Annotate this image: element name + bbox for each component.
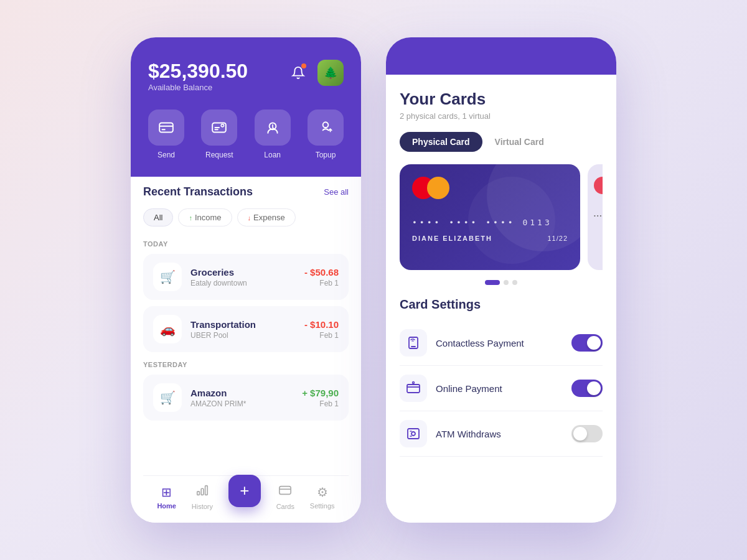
filter-tabs: All ↑ Income ↓ Expense	[143, 208, 349, 226]
settings-icon: ⚙	[317, 485, 328, 500]
indicator-dot-1	[485, 280, 500, 285]
topup-icon	[308, 110, 344, 146]
filter-all[interactable]: All	[143, 208, 173, 226]
right-header	[386, 37, 616, 75]
left-header: $25,390.50 Available Balance 🌲	[131, 37, 361, 177]
transportation-icon: 🚗	[153, 315, 182, 343]
groceries-name: Groceries	[190, 267, 296, 278]
amazon-sub: AMAZON PRIM*	[190, 399, 293, 408]
filter-income[interactable]: ↑ Income	[178, 208, 232, 226]
phones-container: $25,390.50 Available Balance 🌲	[131, 37, 616, 523]
request-icon	[201, 110, 237, 146]
amazon-info: Amazon AMAZON PRIM*	[190, 388, 293, 408]
filter-expense[interactable]: ↓ Expense	[237, 208, 296, 226]
income-arrow-icon: ↑	[189, 214, 192, 222]
transportation-amounts: - $10.10 Feb 1	[304, 319, 339, 340]
online-payment-icon	[400, 375, 427, 402]
credit-card-primary: •••• •••• •••• 0113 DIANE ELIZABETH 11/2…	[400, 164, 580, 270]
nav-home[interactable]: ⊞ Home	[157, 485, 176, 510]
card-small-dots: •••	[594, 213, 603, 218]
online-payment-label: Online Payment	[436, 383, 563, 394]
indicator-dot-3	[512, 280, 517, 285]
transportation-amount: - $10.10	[304, 319, 339, 330]
loan-button[interactable]: Loan	[255, 110, 291, 159]
svg-rect-6	[201, 488, 204, 495]
tab-physical-card[interactable]: Physical Card	[400, 132, 482, 152]
topup-button[interactable]: Topup	[308, 110, 344, 159]
transportation-date: Feb 1	[304, 331, 339, 340]
svg-rect-8	[280, 487, 291, 495]
indicator-dot-2	[504, 280, 509, 285]
cards-label: Cards	[276, 503, 294, 510]
card-number: •••• •••• •••• 0113	[412, 218, 568, 227]
mastercard-logo	[412, 177, 568, 199]
bell-icon[interactable]	[286, 61, 310, 85]
mc-small-icon	[594, 177, 603, 194]
contactless-toggle[interactable]	[571, 334, 603, 352]
amazon-amount: + $79,90	[302, 388, 339, 398]
add-button[interactable]: +	[228, 475, 261, 507]
groceries-amounts: - $50.68 Feb 1	[304, 267, 339, 287]
atm-icon	[400, 420, 427, 447]
toggle-knob	[587, 336, 601, 350]
groceries-sub: Eataly downtown	[190, 279, 296, 287]
notification-dot	[301, 63, 306, 68]
transportation-info: Transportation UBER Pool	[190, 319, 296, 340]
online-toggle[interactable]	[571, 380, 603, 397]
right-phone: Your Cards 2 physical cards, 1 virtual P…	[386, 37, 616, 523]
transactions-header: Recent Transactions See all	[143, 185, 349, 198]
amazon-date: Feb 1	[302, 399, 339, 408]
settings-label: Settings	[310, 502, 335, 510]
groceries-info: Groceries Eataly downtown	[190, 267, 296, 287]
table-row[interactable]: 🚗 Transportation UBER Pool - $10.10 Feb …	[143, 306, 349, 352]
amazon-icon: 🛒	[153, 383, 182, 412]
svg-point-2	[222, 124, 224, 127]
home-icon: ⊞	[161, 485, 172, 500]
credit-card-wrapper: •••• •••• •••• 0113 DIANE ELIZABETH 11/2…	[400, 164, 603, 270]
nav-settings[interactable]: ⚙ Settings	[310, 485, 335, 510]
quick-actions: Send Request	[148, 110, 344, 159]
credit-card-secondary: •••	[588, 164, 603, 270]
expense-arrow-icon: ↓	[248, 214, 251, 222]
table-row[interactable]: 🛒 Groceries Eataly downtown - $50.68 Feb…	[143, 254, 349, 300]
header-icons: 🌲	[286, 60, 344, 86]
yesterday-label: YESTERDAY	[143, 361, 349, 368]
send-label: Send	[157, 151, 175, 159]
history-label: History	[192, 503, 213, 510]
toggle-knob	[573, 427, 587, 441]
card-indicators	[400, 280, 603, 285]
nav-cards[interactable]: Cards	[276, 483, 294, 510]
request-label: Request	[205, 151, 233, 159]
groceries-amount: - $50.68	[304, 267, 339, 278]
request-button[interactable]: Request	[201, 110, 237, 159]
send-button[interactable]: Send	[148, 110, 184, 159]
setting-contactless: Contactless Payment	[400, 320, 603, 366]
avatar: 🌲	[317, 60, 344, 86]
tab-virtual-card[interactable]: Virtual Card	[482, 132, 557, 152]
history-icon	[195, 483, 209, 500]
card-tabs: Physical Card Virtual Card	[400, 132, 603, 152]
atm-toggle[interactable]	[571, 425, 603, 442]
svg-rect-10	[407, 385, 420, 393]
home-label: Home	[157, 502, 176, 510]
table-row[interactable]: 🛒 Amazon AMAZON PRIM* + $79,90 Feb 1	[143, 375, 349, 421]
contactless-icon	[400, 329, 427, 357]
today-label: TODAY	[143, 240, 349, 248]
transactions-title: Recent Transactions	[143, 185, 253, 198]
loan-icon	[255, 110, 291, 146]
see-all-link[interactable]: See all	[324, 187, 349, 197]
mc-orange-circle	[427, 177, 449, 199]
cards-title: Your Cards	[400, 90, 603, 109]
nav-history[interactable]: History	[192, 483, 213, 510]
svg-point-4	[323, 122, 329, 128]
balance-amount: $25,390.50	[148, 60, 248, 83]
setting-atm: ATM Withdraws	[400, 411, 603, 457]
svg-point-11	[413, 382, 415, 384]
left-body: Recent Transactions See all All ↑ Income…	[131, 170, 361, 523]
left-phone: $25,390.50 Available Balance 🌲	[131, 37, 361, 523]
toggle-knob	[587, 381, 601, 395]
card-bottom: DIANE ELIZABETH 11/22	[412, 235, 568, 242]
bottom-nav: ⊞ Home History +	[143, 475, 349, 523]
card-name: DIANE ELIZABETH	[412, 235, 492, 242]
svg-rect-12	[408, 429, 419, 439]
